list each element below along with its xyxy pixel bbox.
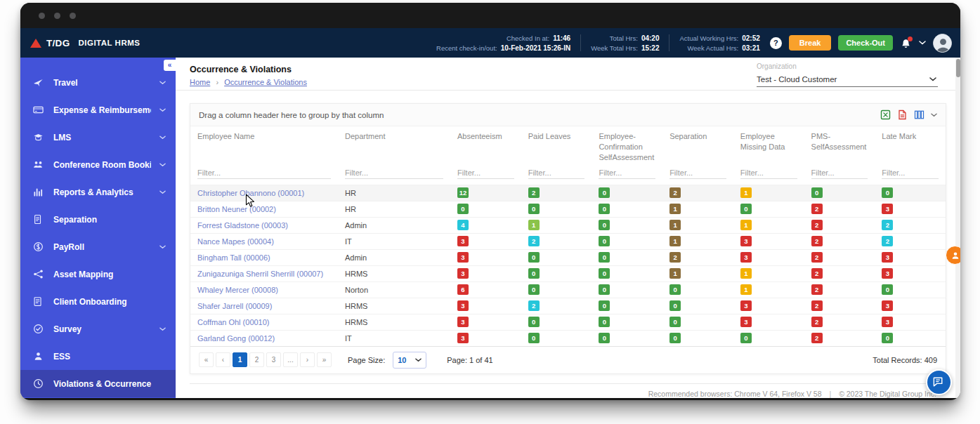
pagination-page-1[interactable]: 1: [233, 352, 247, 367]
pagination-next-button[interactable]: ›: [300, 352, 315, 367]
page-size-select[interactable]: 10: [393, 352, 426, 369]
department-cell: Norton: [338, 286, 450, 294]
employee-name-cell: Whaley Mercer (00008): [190, 286, 338, 294]
sidebar-item-payroll[interactable]: PayRoll: [20, 233, 176, 260]
user-avatar[interactable]: [933, 34, 952, 53]
count-cell-employee-confirmation-selfassessment: 0: [592, 204, 662, 214]
table-row[interactable]: Whaley Mercer (00008)Norton6000120: [190, 281, 946, 298]
chat-button[interactable]: [926, 369, 952, 395]
table-row[interactable]: Shafer Jarrell (00009)HRMS3200323: [190, 298, 946, 314]
count-cell-employee-missing-data: 3: [733, 252, 804, 263]
pagination-prev-button[interactable]: ‹: [216, 352, 230, 367]
sidebar-item-separation[interactable]: Separation: [20, 206, 176, 233]
employee-name-link[interactable]: Garland Gong (00012): [197, 334, 275, 343]
filter-cell: [662, 164, 733, 185]
organization-value: Test - Cloud Customer: [757, 75, 837, 84]
filter-input-paid-leaves[interactable]: [528, 167, 585, 179]
table-row[interactable]: Christopher Obannono (00001)HR12202100: [190, 185, 946, 201]
notifications-bell-icon[interactable]: [900, 37, 912, 49]
filter-input-employee-missing-data[interactable]: [740, 167, 797, 179]
column-chooser-icon[interactable]: [914, 110, 925, 120]
sidebar-collapse-button[interactable]: «: [164, 60, 176, 71]
employee-name-link[interactable]: Bingham Tall (00006): [197, 253, 270, 262]
table-row[interactable]: Nance Mapes (00004)IT3201322: [190, 233, 946, 249]
sidebar-item-asset-mapping[interactable]: Asset Mapping: [20, 260, 176, 288]
sidebar-item-travel[interactable]: Travel: [20, 69, 176, 96]
column-header-pms-selfassessment[interactable]: PMS-SelfAssessment: [804, 126, 875, 154]
count-cell-employee-missing-data: 3: [733, 300, 804, 311]
window-control-dot[interactable]: [70, 13, 76, 19]
table-row[interactable]: Zunigazuniga Sherril Sherrill (00007)HRM…: [190, 265, 946, 281]
employee-name-link[interactable]: Forrest Gladstone (00003): [197, 221, 288, 230]
sidebar-item-ess[interactable]: ESS: [20, 343, 176, 370]
filter-input-late-mark[interactable]: [882, 167, 939, 179]
break-button[interactable]: Break: [789, 35, 832, 51]
filter-input-absenteeism[interactable]: [457, 167, 514, 179]
table-row[interactable]: Forrest Gladstone (00003)Admin4101122: [190, 217, 946, 233]
column-header-employee-name[interactable]: Employee Name: [190, 126, 338, 143]
pagination-ellipsis-button[interactable]: ...: [283, 352, 298, 367]
export-options-caret-icon[interactable]: [931, 113, 937, 117]
table-row[interactable]: Coffman Ohl (00010)HRMS3000323: [190, 314, 946, 330]
violations-icon: [33, 378, 45, 389]
pagination-page-3[interactable]: 3: [266, 352, 281, 367]
sidebar-item-reports-analytics[interactable]: Reports & Analytics: [20, 178, 176, 206]
sidebar-item-conference-room-booking[interactable]: Conference Room Booking: [20, 151, 176, 178]
sidebar-item-expense-reimbursement[interactable]: Expense & Reimbursement: [20, 96, 176, 124]
count-badge: 3: [882, 317, 893, 327]
table-row[interactable]: Garland Gong (00012)IT3000020: [190, 330, 946, 346]
filter-cell: [190, 164, 338, 185]
pagination-page-2[interactable]: 2: [249, 352, 264, 367]
sidebar-item-client-onboarding[interactable]: Client Onboarding: [20, 288, 176, 315]
count-cell-employee-missing-data: 1: [733, 187, 804, 198]
pagination-last-button[interactable]: »: [317, 352, 332, 367]
employee-name-link[interactable]: Zunigazuniga Sherril Sherrill (00007): [197, 270, 323, 278]
breadcrumb-home-link[interactable]: Home: [190, 78, 210, 86]
employee-name-link[interactable]: Whaley Mercer (00008): [197, 286, 278, 294]
column-header-late-mark[interactable]: Late Mark: [875, 126, 946, 143]
filter-input-employee-confirmation-selfassessment[interactable]: [599, 167, 655, 179]
count-cell-paid-leaves: 2: [521, 300, 592, 311]
table-row[interactable]: Bingham Tall (00006)Admin3002323: [190, 249, 946, 265]
employee-name-link[interactable]: Christopher Obannono (00001): [197, 189, 304, 197]
pdf-export-icon[interactable]: [897, 110, 908, 120]
window-control-dot[interactable]: [54, 13, 60, 19]
stat-line: Checked In at:11:46: [436, 34, 570, 42]
feedback-tab[interactable]: [946, 246, 960, 265]
column-header-absenteeism[interactable]: Absenteeism: [450, 126, 521, 143]
pagination-bar: «‹123...›» Page Size: 10 Page: 1 of 41 T…: [190, 346, 946, 373]
profile-caret-icon[interactable]: [919, 41, 926, 45]
column-header-paid-leaves[interactable]: Paid Leaves: [521, 126, 592, 143]
scrollbar-thumb[interactable]: [956, 59, 960, 77]
column-header-employee-missing-data[interactable]: Employee Missing Data: [733, 126, 804, 154]
employee-name-link[interactable]: Nance Mapes (00004): [197, 237, 274, 246]
check-out-button[interactable]: Check-Out: [838, 35, 893, 51]
chevron-down-icon: [415, 358, 422, 362]
filter-input-separation[interactable]: [669, 167, 726, 179]
column-header-separation[interactable]: Separation: [662, 126, 733, 143]
stat-value: 02:52: [742, 34, 760, 42]
column-header-department[interactable]: Department: [338, 126, 450, 143]
help-icon[interactable]: ?: [770, 37, 782, 49]
table-row[interactable]: Britton Neuner (00002)HR0001023: [190, 201, 946, 217]
filter-input-department[interactable]: [345, 167, 443, 179]
breadcrumb-separator: ›: [216, 78, 218, 86]
sidebar-item-survey[interactable]: Survey: [20, 315, 176, 343]
column-header-employee-confirmation-selfassessment[interactable]: Employee-Confirmation SelfAssessment: [592, 126, 662, 164]
employee-name-link[interactable]: Britton Neuner (00002): [197, 205, 276, 213]
scrollbar-track[interactable]: [955, 58, 960, 398]
employee-name-link[interactable]: Coffman Ohl (00010): [197, 318, 270, 326]
sidebar-item-label: Separation: [53, 215, 166, 225]
filter-input-pms-selfassessment[interactable]: [811, 167, 868, 179]
window-control-dot[interactable]: [39, 13, 45, 19]
count-badge: 3: [457, 268, 469, 279]
count-badge: 2: [528, 300, 540, 311]
excel-export-icon[interactable]: [880, 110, 891, 120]
sidebar-item-lms[interactable]: LMS: [20, 124, 176, 151]
stat-line: Recent check-in/out:10-Feb-2021 15:26-IN: [436, 44, 570, 52]
pagination-first-button[interactable]: «: [199, 352, 214, 367]
organization-select[interactable]: Organization Test - Cloud Customer: [757, 62, 938, 87]
sidebar-item-violations-occurrence[interactable]: Violations & Occurrence: [20, 370, 176, 397]
employee-name-link[interactable]: Shafer Jarrell (00009): [197, 302, 272, 310]
filter-input-employee-name[interactable]: [197, 167, 331, 179]
